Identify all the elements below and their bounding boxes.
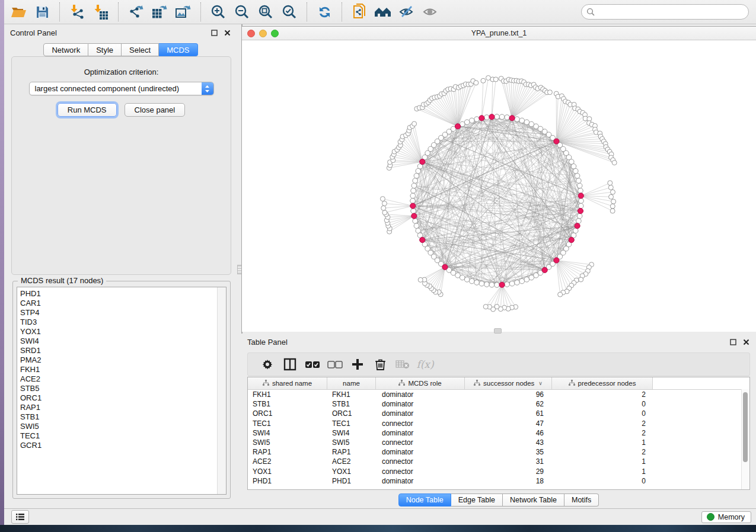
tab-select[interactable]: Select — [122, 43, 159, 56]
mcds-list-scrollbar[interactable] — [217, 287, 226, 494]
mcds-result-item[interactable]: SRD1 — [20, 346, 226, 355]
network-canvas[interactable] — [242, 40, 756, 332]
network-node[interactable] — [474, 280, 480, 286]
leaf-node[interactable] — [483, 305, 488, 309]
mcds-result-item[interactable]: SWI5 — [20, 422, 226, 431]
mcds-result-item[interactable]: PMA2 — [20, 355, 226, 365]
network-node[interactable] — [575, 173, 580, 178]
hide-selected-icon[interactable] — [397, 2, 417, 22]
mcds-result-item[interactable]: YOX1 — [20, 327, 226, 336]
leaf-node[interactable] — [382, 210, 387, 215]
network-node[interactable] — [474, 117, 480, 122]
tab-style[interactable]: Style — [88, 43, 122, 56]
network-node[interactable] — [411, 188, 416, 194]
column-header-successor-nodes[interactable]: successor nodes∨ — [465, 377, 552, 389]
network-node[interactable] — [577, 213, 582, 219]
leaf-node[interactable] — [493, 77, 498, 82]
zoom-fit-icon[interactable] — [256, 2, 276, 22]
network-node[interactable] — [464, 120, 470, 125]
network-node[interactable] — [505, 115, 510, 120]
deselect-all-icon[interactable] — [324, 361, 346, 368]
network-node[interactable] — [577, 183, 582, 188]
mcds-hub-node[interactable] — [575, 223, 580, 229]
close-table-panel-icon[interactable] — [742, 338, 750, 346]
mcds-hub-node[interactable] — [569, 237, 574, 242]
network-node[interactable] — [578, 203, 583, 209]
tab-edge-table[interactable]: Edge Table — [451, 493, 503, 507]
table-row[interactable]: SWI5SWI5connector431 — [248, 438, 749, 447]
leaf-node[interactable] — [611, 199, 616, 204]
leaf-node[interactable] — [381, 206, 386, 210]
table-row[interactable]: SWI4SWI4dominator462 — [248, 428, 749, 438]
table-row[interactable]: PHD1PHD1dominator180 — [248, 476, 749, 486]
export-table-icon[interactable] — [149, 2, 170, 22]
tab-network[interactable]: Network — [43, 43, 88, 56]
import-network-icon[interactable] — [67, 2, 87, 22]
show-all-icon[interactable] — [420, 2, 441, 22]
leaf-node[interactable] — [608, 181, 613, 185]
mcds-hub-node[interactable] — [410, 203, 416, 209]
table-row[interactable]: FKH1FKH1dominator962 — [248, 390, 749, 399]
delete-table-icon[interactable] — [391, 360, 414, 369]
memory-button[interactable]: Memory — [701, 511, 751, 523]
add-icon[interactable] — [346, 358, 369, 370]
network-node[interactable] — [414, 223, 419, 229]
network-node[interactable] — [519, 118, 525, 123]
float-table-panel-icon[interactable] — [729, 338, 737, 346]
network-node[interactable] — [529, 121, 534, 127]
network-node[interactable] — [469, 278, 474, 284]
first-neighbors-icon[interactable] — [373, 2, 393, 22]
run-mcds-button[interactable]: Run MCDS — [58, 103, 117, 117]
float-panel-icon[interactable] — [210, 29, 218, 37]
mcds-hub-node[interactable] — [554, 139, 559, 144]
network-node[interactable] — [495, 114, 500, 120]
export-network-icon[interactable] — [126, 2, 146, 22]
show-columns-icon[interactable] — [279, 358, 301, 371]
network-node[interactable] — [576, 178, 582, 184]
network-window-titlebar[interactable]: YPA_prune.txt_1 — [242, 27, 756, 40]
column-header-shared-name[interactable]: shared name — [248, 377, 327, 389]
mcds-result-item[interactable]: SWI4 — [20, 336, 226, 346]
leaf-node[interactable] — [558, 292, 563, 297]
zoom-in-icon[interactable] — [208, 2, 228, 22]
network-node[interactable] — [573, 228, 578, 233]
table-scrollbar-thumb[interactable] — [743, 392, 748, 462]
leaf-node[interactable] — [579, 277, 583, 282]
mcds-result-item[interactable]: TID3 — [20, 318, 226, 327]
network-node[interactable] — [524, 120, 529, 125]
leaf-node[interactable] — [418, 277, 423, 282]
network-node[interactable] — [411, 209, 416, 214]
network-node[interactable] — [469, 118, 474, 123]
column-header-MCDS-role[interactable]: MCDS role — [376, 377, 465, 389]
leaf-node[interactable] — [380, 197, 385, 201]
table-row[interactable]: YOX1YOX1connector291 — [248, 467, 749, 476]
mcds-hub-node[interactable] — [509, 116, 515, 121]
settings-gear-icon[interactable] — [256, 358, 279, 370]
table-row[interactable]: ORC1ORC1dominator610 — [248, 409, 749, 418]
close-panel-button[interactable]: Close panel — [125, 103, 186, 117]
leaf-node[interactable] — [412, 121, 417, 126]
mcds-hub-node[interactable] — [578, 209, 583, 214]
network-node[interactable] — [519, 278, 525, 284]
network-node[interactable] — [524, 277, 529, 282]
function-builder-icon[interactable]: f(x) — [414, 358, 436, 370]
refresh-icon[interactable] — [314, 2, 334, 22]
clone-network-icon[interactable] — [349, 2, 369, 22]
network-node[interactable] — [416, 228, 421, 233]
mcds-result-item[interactable]: TEC1 — [20, 431, 226, 441]
delete-icon[interactable] — [369, 358, 391, 371]
mcds-hub-node[interactable] — [554, 258, 559, 263]
mcds-result-item[interactable]: FKH1 — [20, 365, 226, 374]
leaf-node[interactable] — [608, 185, 613, 190]
leaf-node[interactable] — [609, 194, 614, 199]
leaf-node[interactable] — [547, 90, 552, 95]
optimization-criterion-select[interactable]: largest connected component (undirected) — [29, 82, 214, 95]
tab-mcds[interactable]: MCDS — [159, 43, 197, 56]
mcds-result-item[interactable]: PHD1 — [20, 289, 226, 299]
import-table-icon[interactable] — [91, 2, 111, 22]
mcds-hub-node[interactable] — [578, 193, 583, 198]
column-header-name[interactable]: name — [327, 377, 376, 389]
zoom-out-icon[interactable] — [232, 2, 252, 22]
table-row[interactable]: ACE2ACE2connector311 — [248, 457, 749, 466]
network-node[interactable] — [410, 193, 416, 198]
